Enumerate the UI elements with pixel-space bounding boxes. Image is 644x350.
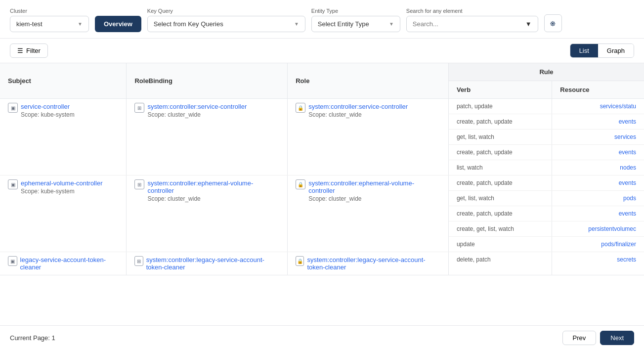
helm-icon[interactable]: ⎈ — [544, 14, 562, 32]
rolebinding-icon: ⊞ — [134, 179, 144, 189]
subject-cell: ▣ legacy-service-account-token-cleaner — [0, 252, 127, 275]
resource-link[interactable]: events — [619, 149, 636, 156]
rolebinding-cell: ⊞ system:controller:ephemeral-volume-con… — [127, 175, 288, 252]
role-name[interactable]: system:controller:ephemeral-volume-contr… — [308, 179, 440, 194]
resource-link[interactable]: pods — [623, 195, 636, 202]
verb-cell: create, patch, update — [448, 206, 552, 221]
table-container: Subject RoleBinding Role Rule Verb Resou… — [0, 63, 644, 332]
cluster-field-group: Cluster kiem-test ▼ — [10, 8, 89, 32]
rolebinding-scope: Scope: cluster_wide — [147, 195, 279, 202]
resource-cell[interactable]: services/statu — [552, 99, 644, 114]
resource-link[interactable]: services/statu — [600, 103, 636, 110]
rolebinding-icon: ⊞ — [134, 256, 143, 266]
key-query-select[interactable]: Select from Key Queries ▼ — [147, 16, 305, 32]
key-query-placeholder: Select from Key Queries — [154, 20, 223, 28]
resource-cell[interactable]: events — [552, 145, 644, 160]
subject-cell: ▣ ephemeral-volume-controller Scope: kub… — [0, 175, 127, 252]
resource-cell[interactable]: nodes — [552, 160, 644, 175]
subject-icon: ▣ — [8, 179, 18, 189]
role-icon: 🔒 — [296, 103, 305, 113]
subject-scope: Scope: kube-system — [21, 111, 75, 118]
subject-name[interactable]: legacy-service-account-token-cleaner — [20, 256, 119, 271]
resource-cell[interactable]: pods — [552, 191, 644, 206]
role-icon: 🔒 — [296, 256, 304, 266]
role-icon: 🔒 — [296, 179, 305, 189]
key-query-label: Key Query — [147, 8, 305, 14]
cluster-select[interactable]: kiem-test ▼ — [10, 16, 89, 32]
search-chevron-icon: ▼ — [525, 20, 532, 28]
footer-buttons: Prev Next — [562, 331, 634, 332]
search-input[interactable] — [413, 20, 521, 28]
rolebinding-name[interactable]: system:controller:ephemeral-volume-contr… — [147, 179, 279, 194]
resource-cell[interactable]: events — [552, 206, 644, 221]
resource-link[interactable]: pods/finalizer — [601, 241, 636, 248]
footer: Current Page: 1 Prev Next — [0, 325, 644, 332]
col-header-subject: Subject — [0, 63, 127, 99]
cluster-label: Cluster — [10, 8, 89, 14]
subject-icon: ▣ — [8, 103, 18, 113]
subject-name[interactable]: service-controller — [21, 103, 75, 110]
role-name[interactable]: system:controller:legacy-service-account… — [307, 256, 440, 271]
entity-type-select[interactable]: Select Entity Type ▼ — [311, 16, 400, 32]
resource-link[interactable]: persistentvolumec — [588, 225, 636, 232]
prev-button[interactable]: Prev — [562, 331, 597, 332]
resource-cell[interactable]: pods/finalizer — [552, 237, 644, 252]
verb-cell: get, list, watch — [448, 191, 552, 206]
resource-link[interactable]: events — [619, 118, 636, 125]
role-name[interactable]: system:controller:service-controller — [308, 103, 408, 110]
resource-link[interactable]: events — [619, 179, 636, 186]
rolebinding-cell: ⊞ system:controller:legacy-service-accou… — [127, 252, 288, 275]
resource-link[interactable]: events — [619, 210, 636, 217]
resource-link[interactable]: secrets — [617, 256, 636, 263]
rolebinding-name[interactable]: system:controller:legacy-service-account… — [146, 256, 279, 271]
entity-type-label: Entity Type — [311, 8, 400, 14]
verb-cell: create, patch, update — [448, 175, 552, 191]
col-header-role: Role — [288, 63, 449, 99]
subject-icon: ▣ — [8, 256, 17, 266]
col-header-resource: Resource — [552, 81, 644, 99]
top-bar: Cluster kiem-test ▼ Overview Key Query S… — [0, 0, 644, 39]
view-toggle: List Graph — [570, 44, 634, 58]
verb-cell: create, get, list, watch — [448, 221, 552, 237]
resource-cell[interactable]: secrets — [552, 252, 644, 275]
col-header-verb: Verb — [448, 81, 552, 99]
table-row: ▣ legacy-service-account-token-cleaner ⊞… — [0, 252, 644, 275]
col-header-rule: Rule — [448, 63, 644, 81]
resource-cell[interactable]: persistentvolumec — [552, 221, 644, 237]
cluster-value: kiem-test — [16, 20, 43, 28]
col-header-rolebinding: RoleBinding — [127, 63, 288, 99]
table-row: ▣ ephemeral-volume-controller Scope: kub… — [0, 175, 644, 191]
entity-type-chevron-icon: ▼ — [389, 21, 394, 27]
resource-link[interactable]: services — [614, 133, 636, 140]
verb-cell: list, watch — [448, 160, 552, 175]
verb-cell: get, list, watch — [448, 130, 552, 145]
filter-label: Filter — [26, 47, 41, 54]
filter-icon: ☰ — [17, 47, 23, 54]
list-view-button[interactable]: List — [570, 44, 598, 57]
next-button[interactable]: Next — [600, 331, 634, 332]
rolebinding-scope: Scope: cluster_wide — [147, 111, 247, 118]
resource-cell[interactable]: services — [552, 130, 644, 145]
role-cell: 🔒 system:controller:service-controller S… — [288, 99, 449, 175]
verb-cell: update — [448, 237, 552, 252]
resource-cell[interactable]: events — [552, 175, 644, 191]
main-table: Subject RoleBinding Role Rule Verb Resou… — [0, 63, 644, 275]
entity-type-placeholder: Select Entity Type — [318, 20, 369, 28]
filter-button[interactable]: ☰ Filter — [10, 44, 48, 58]
rolebinding-icon: ⊞ — [134, 103, 144, 113]
role-cell: 🔒 system:controller:legacy-service-accou… — [288, 252, 449, 275]
overview-button[interactable]: Overview — [95, 16, 141, 32]
toolbar: ☰ Filter List Graph — [0, 39, 644, 63]
verb-cell: delete, patch — [448, 252, 552, 275]
resource-cell[interactable]: events — [552, 114, 644, 130]
resource-link[interactable]: nodes — [620, 164, 636, 171]
search-label: Search for any element — [406, 8, 538, 14]
subject-name[interactable]: ephemeral-volume-controller — [21, 179, 102, 187]
key-query-chevron-icon: ▼ — [294, 21, 299, 27]
graph-view-button[interactable]: Graph — [598, 44, 634, 57]
cluster-chevron-icon: ▼ — [78, 21, 83, 27]
rolebinding-name[interactable]: system:controller:service-controller — [147, 103, 247, 110]
role-cell: 🔒 system:controller:ephemeral-volume-con… — [288, 175, 449, 252]
verb-cell: patch, update — [448, 99, 552, 114]
verb-cell: create, patch, update — [448, 114, 552, 130]
